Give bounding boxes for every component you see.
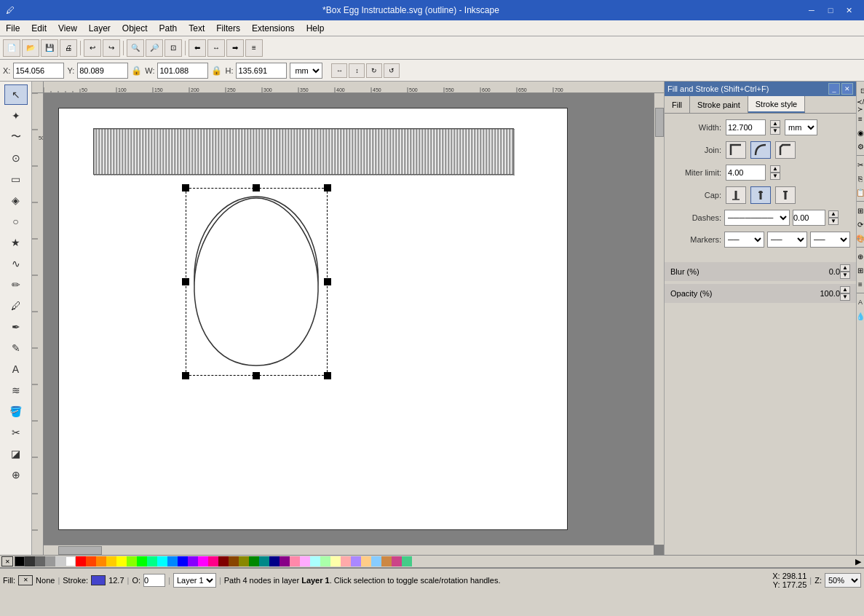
zoom-select[interactable]: 50% 100% 200% 25%: [825, 573, 861, 588]
flip-v-button[interactable]: ↕: [349, 63, 365, 78]
color-swatch[interactable]: [300, 556, 310, 566]
symbols-icon[interactable]: ◉: [856, 126, 864, 139]
vscrollbar[interactable]: [654, 93, 664, 545]
hscrollbar[interactable]: [44, 545, 654, 555]
menu-path[interactable]: Path: [154, 22, 183, 35]
menu-layer[interactable]: Layer: [83, 22, 116, 35]
align-icon[interactable]: ⊞: [856, 204, 864, 217]
x-input[interactable]: [13, 63, 64, 79]
color-swatch[interactable]: [239, 556, 249, 566]
calligraphy-tool[interactable]: ✒: [4, 317, 28, 337]
menu-object[interactable]: Object: [116, 22, 154, 35]
pen-tool[interactable]: 🖊: [4, 296, 28, 316]
zoom-fit-button[interactable]: ⊡: [165, 39, 182, 57]
egg-object-container[interactable]: [186, 188, 328, 376]
marker-start-select[interactable]: ── → ←: [724, 232, 764, 248]
dropper-tool[interactable]: ✂: [4, 422, 28, 443]
node-tool[interactable]: ✦: [4, 106, 28, 126]
tab-stroke-style[interactable]: Stroke style: [748, 96, 805, 113]
menu-edit[interactable]: Edit: [25, 22, 52, 35]
unit-select[interactable]: mm px pt in: [290, 63, 322, 79]
color-swatch[interactable]: [361, 556, 371, 566]
connector-tool[interactable]: ◪: [4, 443, 28, 464]
color-swatch[interactable]: [320, 556, 330, 566]
color-swatch[interactable]: [371, 556, 381, 566]
new-button[interactable]: 📄: [3, 39, 20, 57]
dashes-up[interactable]: ▲: [828, 210, 839, 218]
color-swatch[interactable]: [198, 556, 208, 566]
redo-button[interactable]: ↪: [103, 39, 120, 57]
pencil-tool[interactable]: ✏: [4, 275, 28, 295]
cap-round-button[interactable]: [750, 186, 771, 204]
menu-view[interactable]: View: [52, 22, 83, 35]
guides-icon[interactable]: ≡: [856, 277, 864, 291]
color-swatch[interactable]: [86, 556, 96, 566]
align-justify-button[interactable]: ≡: [245, 39, 263, 57]
marker-mid-select[interactable]: ── ◆: [767, 232, 807, 248]
save-button[interactable]: 💾: [41, 39, 58, 57]
export-png-icon[interactable]: ⊡: [856, 84, 864, 98]
miter-spinner[interactable]: ▲ ▼: [770, 165, 780, 180]
color-swatch-black[interactable]: [15, 556, 25, 566]
color-swatch[interactable]: [341, 556, 351, 566]
fill-stroke-icon[interactable]: 🎨: [856, 232, 864, 245]
star-tool[interactable]: ★: [4, 232, 28, 253]
layers-icon[interactable]: ≡: [856, 112, 864, 125]
opacity-up[interactable]: ▲: [840, 286, 850, 293]
object-props-icon[interactable]: ⚙: [856, 140, 864, 153]
minimize-button[interactable]: ─: [803, 3, 820, 17]
fill-tool[interactable]: 🪣: [4, 401, 28, 422]
opacity-spinner[interactable]: ▲ ▼: [840, 286, 850, 301]
cap-square-button[interactable]: [775, 186, 796, 204]
text-icon[interactable]: A: [856, 296, 864, 309]
no-color-swatch[interactable]: ✕: [1, 556, 13, 566]
color-swatch[interactable]: [259, 556, 269, 566]
blur-up[interactable]: ▲: [840, 264, 850, 272]
canvas-area[interactable]: // draw ticks inline 50 100 150 200 250: [32, 82, 664, 555]
dropper2-icon[interactable]: 💧: [856, 309, 864, 323]
h-input[interactable]: [236, 63, 287, 79]
align-center-button[interactable]: ↔: [207, 39, 225, 57]
gradient-tool[interactable]: ≋: [4, 380, 28, 400]
color-swatch[interactable]: [330, 556, 341, 566]
color-swatch[interactable]: [157, 556, 167, 566]
color-swatch[interactable]: [35, 556, 45, 566]
copy-icon[interactable]: ⎘: [856, 172, 864, 185]
width-down[interactable]: ▼: [770, 127, 780, 135]
menu-extensions[interactable]: Extensions: [246, 22, 301, 35]
menu-filters[interactable]: Filters: [210, 22, 246, 35]
paste-icon[interactable]: 📋: [856, 186, 864, 199]
color-swatch[interactable]: [392, 556, 402, 566]
width-spinner[interactable]: ▲ ▼: [770, 120, 780, 135]
marker-end-select[interactable]: ── →: [810, 232, 850, 248]
dashes-spinner[interactable]: ▲ ▼: [828, 210, 839, 225]
color-swatch[interactable]: [167, 556, 178, 566]
grid-icon[interactable]: ⊞: [856, 264, 864, 277]
eraser-tool[interactable]: ✎: [4, 338, 28, 358]
color-swatch[interactable]: [208, 556, 218, 566]
opacity-status-input[interactable]: [143, 574, 165, 587]
palette-scroll-right[interactable]: ▶: [852, 557, 864, 566]
color-swatch[interactable]: [381, 556, 392, 566]
circle-tool[interactable]: ○: [4, 211, 28, 232]
color-swatch[interactable]: [290, 556, 300, 566]
miter-up[interactable]: ▲: [770, 165, 780, 173]
color-swatch[interactable]: [229, 556, 239, 566]
color-swatch[interactable]: [269, 556, 280, 566]
egg-svg[interactable]: [186, 188, 328, 376]
cut-icon[interactable]: ✂: [856, 158, 864, 171]
join-bevel-button[interactable]: [775, 141, 796, 159]
flip-h-button[interactable]: ↔: [331, 63, 347, 78]
width-unit-select[interactable]: mm px pt: [785, 119, 817, 135]
align-left-button[interactable]: ⬅: [189, 39, 206, 57]
color-swatch[interactable]: [188, 556, 198, 566]
zoom-in-button[interactable]: 🔍: [127, 39, 144, 57]
fs-close[interactable]: ✕: [841, 83, 853, 95]
blur-spinner[interactable]: ▲ ▼: [840, 264, 850, 279]
dashes-offset-input[interactable]: [793, 210, 825, 226]
rotate-cw-button[interactable]: ↻: [366, 63, 382, 78]
print-button[interactable]: 🖨: [60, 39, 77, 57]
rotate-ccw-button[interactable]: ↺: [384, 63, 400, 78]
color-swatch[interactable]: [351, 556, 361, 566]
blur-down[interactable]: ▼: [840, 272, 850, 279]
